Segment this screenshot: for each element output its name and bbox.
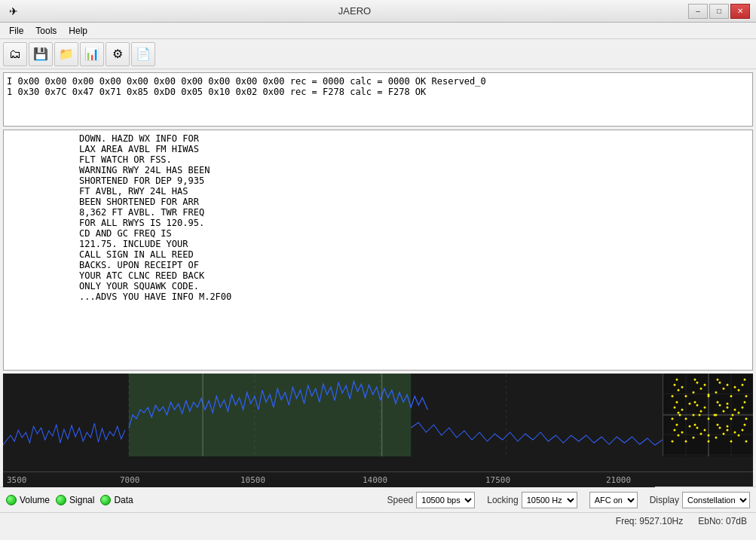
ebno-label: EbNo: xyxy=(698,516,723,526)
bottom-controls: Volume Signal Data Speed 10500 bps 600 b… xyxy=(0,487,756,512)
svg-text:21000: 21000 xyxy=(606,475,631,485)
volume-led xyxy=(6,495,17,505)
constellation-display xyxy=(663,374,753,456)
svg-text:3500: 3500 xyxy=(7,475,27,485)
freq-axis-svg: 3500 7000 10500 14000 17500 21000 xyxy=(3,472,655,487)
toolbar: 🗂 💾 📁 📊 ⚙ 📄 xyxy=(0,39,756,69)
svg-text:10500: 10500 xyxy=(240,475,265,485)
volume-indicator: Volume xyxy=(6,495,50,505)
spectrum-area xyxy=(3,374,753,471)
locking-control: Locking 10500 Hz 1200 Hz xyxy=(487,492,577,508)
frequency-axis: 3500 7000 10500 14000 17500 21000 xyxy=(3,471,753,487)
data-indicator: Data xyxy=(100,495,133,505)
display-dropdown[interactable]: Constellation Spectrum xyxy=(682,492,750,508)
close-button[interactable]: ✕ xyxy=(730,4,750,19)
status-bar: Freq: 9527.10Hz EbNo: 07dB xyxy=(0,512,756,529)
signal-led xyxy=(56,495,66,505)
freq-value: 9527.10Hz xyxy=(639,516,683,526)
svg-rect-8 xyxy=(3,472,655,487)
folder-button[interactable]: 📁 xyxy=(54,42,78,66)
afc-dropdown[interactable]: AFC on AFC off xyxy=(589,492,638,508)
save-button[interactable]: 💾 xyxy=(29,42,53,66)
svg-text:7000: 7000 xyxy=(120,475,140,485)
locking-dropdown[interactable]: 10500 Hz 1200 Hz xyxy=(522,492,577,508)
info-button[interactable]: 📄 xyxy=(131,42,155,66)
message-area[interactable]: DOWN. HAZD WX INFO FOR LAX AREA AVBL FM … xyxy=(3,130,753,371)
speed-control: Speed 10500 bps 600 bps 1200 bps xyxy=(387,492,476,508)
menu-file[interactable]: File xyxy=(3,24,29,38)
locking-label: Locking xyxy=(487,495,518,505)
message-content: DOWN. HAZD WX INFO FOR LAX AREA AVBL FM … xyxy=(79,133,749,302)
app-icon: ✈ xyxy=(6,4,21,19)
hex-line-1: I 0x00 0x00 0x00 0x00 0x00 0x00 0x00 0x0… xyxy=(7,76,749,87)
hex-line-2: 1 0x30 0x7C 0x47 0x71 0x85 0xD0 0x05 0x1… xyxy=(7,87,749,97)
freq-label: Freq: xyxy=(616,516,637,526)
afc-control: AFC on AFC off xyxy=(589,492,638,508)
ebno-value: 07dB xyxy=(726,516,747,526)
minimize-button[interactable]: – xyxy=(688,4,708,19)
hex-data-area[interactable]: I 0x00 0x00 0x00 0x00 0x00 0x00 0x00 0x0… xyxy=(3,72,753,127)
speed-label: Speed xyxy=(387,495,414,505)
svg-text:14000: 14000 xyxy=(363,475,387,485)
display-label: Display xyxy=(650,495,679,505)
data-button[interactable]: 📊 xyxy=(80,42,104,66)
volume-label: Volume xyxy=(20,495,50,505)
signal-indicator: Signal xyxy=(56,495,94,505)
menu-bar: File Tools Help xyxy=(0,23,756,39)
window-title: JAERO xyxy=(21,5,688,17)
title-bar: ✈ JAERO – □ ✕ xyxy=(0,0,756,23)
ebno-status: EbNo: 07dB xyxy=(698,516,747,526)
freq-status: Freq: 9527.10Hz xyxy=(616,516,683,526)
open-button[interactable]: 🗂 xyxy=(3,42,27,66)
window-controls: – □ ✕ xyxy=(688,4,750,19)
display-control: Display Constellation Spectrum xyxy=(650,492,750,508)
maximize-button[interactable]: □ xyxy=(709,4,729,19)
menu-help[interactable]: Help xyxy=(63,24,93,38)
spectrum-display xyxy=(3,374,663,456)
svg-text:17500: 17500 xyxy=(485,475,510,485)
signal-label: Signal xyxy=(69,495,94,505)
menu-tools[interactable]: Tools xyxy=(29,24,63,38)
speed-dropdown[interactable]: 10500 bps 600 bps 1200 bps xyxy=(416,492,475,508)
data-label: Data xyxy=(114,495,133,505)
settings-button[interactable]: ⚙ xyxy=(106,42,130,66)
data-led xyxy=(100,495,111,505)
